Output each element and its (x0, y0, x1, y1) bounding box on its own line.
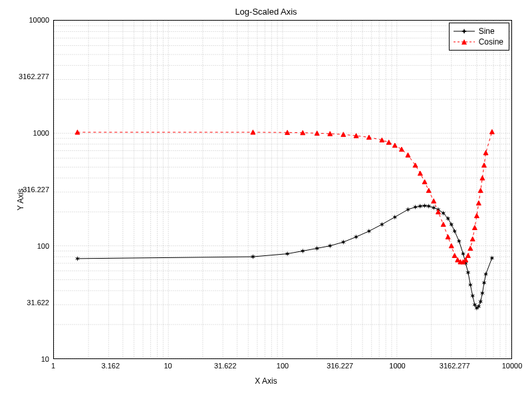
data-marker (466, 253, 470, 258)
data-marker (480, 291, 485, 296)
data-marker (432, 205, 436, 210)
data-marker (472, 302, 477, 307)
series-layer (54, 21, 511, 358)
data-marker (366, 135, 371, 140)
x-tick-label: 10000 (502, 362, 523, 370)
x-tick-label: 3162.277 (440, 362, 470, 370)
data-marker (413, 163, 418, 168)
data-marker (446, 235, 450, 239)
data-marker (457, 239, 462, 244)
x-tick-label: 10 (164, 362, 172, 370)
legend-entry-sine: Sine (454, 26, 503, 37)
data-marker (489, 255, 494, 261)
legend: Sine Cosine (449, 23, 509, 51)
legend-swatch-cosine (454, 38, 475, 46)
y-tick-label: 31.622 (7, 299, 49, 307)
y-tick-label: 3162.277 (7, 72, 49, 80)
y-tick-label: 316.227 (7, 186, 49, 194)
data-marker (478, 188, 483, 193)
data-marker (406, 207, 410, 212)
data-marker (366, 229, 371, 234)
data-marker (474, 213, 479, 218)
data-marker (483, 271, 488, 277)
y-tick-label: 100 (7, 242, 49, 250)
data-marker (341, 239, 346, 245)
data-marker (470, 237, 475, 241)
data-marker (482, 163, 487, 168)
data-marker (449, 243, 454, 248)
data-marker (418, 171, 422, 176)
data-marker (483, 150, 488, 155)
y-tick-label: 1000 (7, 129, 49, 137)
data-marker (472, 225, 477, 230)
data-marker (466, 270, 470, 275)
data-marker (392, 214, 397, 219)
data-marker (482, 280, 487, 285)
data-marker (480, 176, 485, 180)
data-marker (432, 199, 436, 203)
data-marker (399, 147, 404, 152)
data-marker (449, 221, 454, 227)
series-line-cosine (77, 132, 491, 262)
x-tick-label: 3.162 (101, 362, 120, 370)
data-marker (478, 299, 483, 304)
figure: Log-Scaled Axis Y Axis 13.1621031.622100… (0, 0, 532, 399)
legend-label-cosine: Cosine (479, 37, 503, 47)
data-marker (392, 143, 397, 148)
data-marker (380, 221, 384, 227)
data-marker (470, 293, 475, 299)
data-marker (406, 153, 410, 158)
data-marker (452, 229, 457, 234)
data-marker (422, 180, 427, 184)
y-tick-label: 10 (7, 355, 49, 363)
x-tick-label: 31.622 (214, 362, 237, 370)
data-marker (468, 246, 473, 251)
data-marker (452, 253, 457, 258)
data-marker (315, 131, 319, 136)
data-marker (468, 282, 473, 287)
data-marker (354, 234, 358, 239)
data-marker (441, 222, 446, 227)
x-axis-label: X Axis (0, 376, 532, 386)
plot-area (53, 20, 512, 359)
data-marker (461, 251, 466, 257)
series-line-sine (77, 205, 491, 308)
legend-entry-cosine: Cosine (454, 37, 503, 47)
x-tick-label: 100 (277, 362, 289, 370)
x-tick-label: 1 (51, 362, 55, 370)
chart-title: Log-Scaled Axis (0, 7, 532, 17)
data-marker (489, 130, 494, 134)
x-tick-label: 316.227 (327, 362, 353, 370)
data-marker (386, 140, 391, 145)
y-tick-label: 10000 (7, 16, 49, 24)
legend-label-sine: Sine (479, 26, 495, 37)
data-marker (476, 201, 481, 205)
x-tick-label: 1000 (389, 362, 405, 370)
legend-swatch-sine (454, 27, 475, 35)
data-marker (426, 188, 431, 193)
